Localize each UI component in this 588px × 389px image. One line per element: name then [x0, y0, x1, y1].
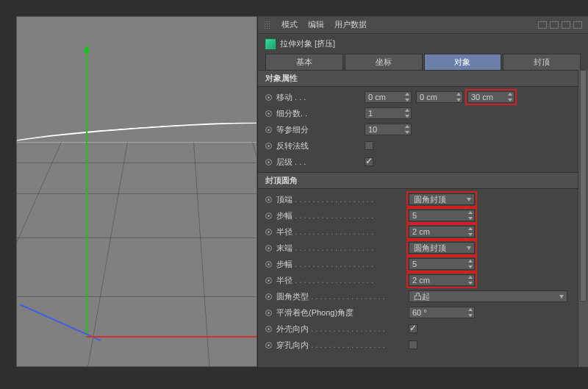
- axis-y[interactable]: [86, 51, 87, 338]
- spinner-icon[interactable]: [468, 227, 473, 236]
- dropdown-fillet-type[interactable]: 凸起: [409, 290, 567, 302]
- value-fillet-type: 凸起: [414, 291, 430, 302]
- tab-object[interactable]: 对象: [424, 54, 502, 70]
- param-bullet-icon[interactable]: [265, 126, 272, 133]
- panel-button-menu[interactable]: [573, 21, 582, 29]
- param-bullet-icon[interactable]: [265, 143, 272, 149]
- input-move-z[interactable]: 30 cm: [467, 91, 514, 103]
- param-bullet-icon[interactable]: [265, 293, 272, 300]
- object-title-row: 拉伸对象 [挤压]: [258, 34, 588, 52]
- viewport-3d[interactable]: [16, 16, 257, 367]
- spinner-icon[interactable]: [468, 276, 473, 285]
- value-move-z: 30 cm: [471, 93, 493, 101]
- dropdown-end-type[interactable]: 圆角封顶: [409, 242, 475, 254]
- param-bullet-icon[interactable]: [265, 110, 272, 117]
- checkbox-shell[interactable]: [409, 324, 417, 333]
- axis-x[interactable]: [86, 336, 257, 338]
- row-flip: 反转法线: [258, 138, 578, 154]
- menu-userdata[interactable]: 用户数据: [334, 19, 367, 30]
- label-step1: 步幅: [276, 210, 387, 221]
- label-step2: 步幅: [276, 259, 387, 270]
- menu-edit[interactable]: 编辑: [308, 19, 324, 30]
- value-phong: 60 °: [412, 308, 427, 317]
- param-bullet-icon[interactable]: [265, 196, 272, 203]
- param-bullet-icon[interactable]: [265, 277, 272, 284]
- label-flip: 反转法线: [276, 140, 365, 151]
- param-bullet-icon[interactable]: [265, 245, 272, 251]
- grid-line: [17, 296, 257, 297]
- row-move: 移动 . . . 0 cm 0 cm 30 cm: [258, 89, 578, 105]
- row-rad2: 半径 2 cm: [258, 272, 578, 288]
- panel-button-back[interactable]: [538, 21, 547, 29]
- row-step1: 步幅 5: [258, 207, 578, 224]
- spinner-icon[interactable]: [405, 93, 409, 101]
- value-step2: 5: [412, 260, 417, 268]
- row-fillet-type: 圆角类型 凸起: [258, 288, 578, 304]
- input-step1[interactable]: 5: [409, 210, 475, 221]
- row-iso: 等参细分 10: [258, 121, 578, 138]
- param-bullet-icon[interactable]: [265, 94, 272, 101]
- panel-button-up[interactable]: [562, 21, 570, 29]
- row-phong: 平滑着色(Phong)角度 60 °: [258, 304, 578, 321]
- label-fillet-type: 圆角类型: [276, 291, 387, 302]
- tab-basic[interactable]: 基本: [265, 54, 343, 70]
- input-move-y[interactable]: 0 cm: [416, 91, 463, 103]
- label-move: 移动 . . .: [276, 92, 365, 103]
- input-phong[interactable]: 60 °: [409, 307, 475, 318]
- spinner-icon[interactable]: [405, 109, 409, 118]
- input-iso[interactable]: 10: [365, 124, 412, 135]
- row-top: 顶端 圆角封顶: [258, 191, 578, 207]
- label-rad2: 半径: [276, 275, 387, 286]
- spinner-icon[interactable]: [468, 260, 473, 268]
- input-subdiv[interactable]: 1: [365, 107, 412, 119]
- label-end: 末端: [276, 243, 387, 254]
- label-rad1: 半径: [276, 226, 387, 238]
- spinner-icon[interactable]: [456, 93, 461, 101]
- spinner-icon[interactable]: [405, 125, 409, 134]
- input-rad2[interactable]: 2 cm: [409, 274, 475, 286]
- tabs: 基本 坐标 对象 封顶: [258, 52, 588, 70]
- spinner-icon[interactable]: [468, 308, 473, 317]
- scrollbar-thumb[interactable]: [580, 70, 587, 301]
- dropdown-top-type[interactable]: 圆角封顶: [409, 193, 475, 205]
- grid-line: [17, 193, 257, 194]
- checkbox-hole[interactable]: [409, 340, 417, 349]
- input-step2[interactable]: 5: [409, 258, 475, 270]
- attribute-manager: 模式 编辑 用户数据 拉伸对象 [挤压] 基本 坐标 对象 封顶 对象属性: [257, 16, 588, 367]
- value-iso: 10: [368, 125, 377, 134]
- spinner-icon[interactable]: [468, 211, 473, 220]
- param-bullet-icon[interactable]: [265, 310, 272, 316]
- param-bullet-icon[interactable]: [265, 342, 272, 349]
- value-rad1: 2 cm: [412, 227, 430, 236]
- param-bullet-icon[interactable]: [265, 229, 272, 235]
- spinner-icon[interactable]: [508, 93, 512, 101]
- panel-button-forward[interactable]: [550, 21, 559, 29]
- tab-caps[interactable]: 封顶: [503, 54, 581, 70]
- row-end: 末端 圆角封顶: [258, 240, 578, 256]
- panel-scrollbar[interactable]: [578, 70, 588, 367]
- value-move-y: 0 cm: [420, 93, 437, 101]
- extrude-icon: [265, 39, 276, 49]
- param-bullet-icon[interactable]: [265, 326, 272, 332]
- tab-coord[interactable]: 坐标: [345, 54, 423, 70]
- input-move-x[interactable]: 0 cm: [365, 91, 412, 103]
- label-iso: 等参细分: [276, 124, 365, 135]
- grip-icon[interactable]: [264, 21, 271, 29]
- checkbox-hier[interactable]: [365, 157, 373, 166]
- row-rad1: 半径 2 cm: [258, 224, 578, 240]
- row-hier: 层级 . . .: [258, 154, 578, 170]
- value-rad2: 2 cm: [412, 276, 430, 285]
- checkbox-flip[interactable]: [365, 141, 373, 150]
- value-move-x: 0 cm: [368, 93, 386, 101]
- label-phong: 平滑着色(Phong)角度: [276, 307, 387, 318]
- object-title: 拉伸对象 [挤压]: [280, 38, 335, 49]
- menu-mode[interactable]: 模式: [282, 19, 298, 30]
- param-bullet-icon[interactable]: [265, 159, 272, 165]
- row-hole: 穿孔向内: [258, 337, 578, 353]
- param-bullet-icon[interactable]: [265, 213, 272, 219]
- value-step1: 5: [412, 211, 417, 220]
- spline-curve: [16, 117, 257, 196]
- row-shell: 外壳向内: [258, 321, 578, 337]
- param-bullet-icon[interactable]: [265, 261, 272, 268]
- input-rad1[interactable]: 2 cm: [409, 226, 475, 238]
